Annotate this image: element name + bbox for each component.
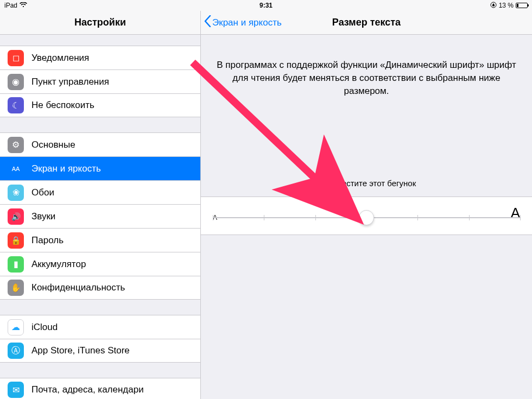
control-center-icon: ◉: [8, 74, 24, 90]
sidebar-item-label: Уведомления: [31, 53, 200, 64]
sidebar-item-mail[interactable]: ✉Почта, адреса, календари: [0, 378, 200, 399]
battery-icon: ▮: [8, 256, 24, 273]
slider-max-label: A: [511, 205, 520, 221]
slider-thumb[interactable]: [359, 210, 374, 225]
app-store-icon: Ⓐ: [8, 343, 24, 359]
slider-tick: [469, 215, 470, 220]
sidebar-item-passcode[interactable]: 🔒Пароль: [0, 228, 200, 252]
detail-navbar: Экран и яркость Размер текста: [201, 11, 532, 35]
slider-caption: Переместите этот бегунок: [201, 179, 532, 188]
sidebar-item-display-brightness[interactable]: AAЭкран и яркость: [0, 156, 200, 180]
sidebar-item-label: Пароль: [31, 235, 200, 246]
device-label: iPad: [4, 2, 17, 9]
chevron-left-icon: [204, 15, 211, 30]
slider-tick: [264, 215, 264, 220]
do-not-disturb-icon: ☾: [8, 97, 24, 113]
sidebar-item-label: Почта, адреса, календари: [31, 384, 200, 395]
icloud-icon: ☁: [8, 319, 24, 335]
sidebar-item-label: App Store, iTunes Store: [31, 345, 200, 356]
sidebar-item-privacy[interactable]: ✋Конфиденциальность: [0, 276, 200, 300]
wallpaper-icon: ❀: [8, 185, 24, 201]
detail-pane: Экран и яркость Размер текста В программ…: [201, 11, 532, 399]
battery-percent: 13 %: [499, 2, 514, 9]
clock: 9:31: [259, 2, 273, 9]
settings-sidebar: Настройки ◻Уведомления◉Пункт управления☾…: [0, 11, 201, 399]
sidebar-item-sounds[interactable]: 🔊Звуки: [0, 204, 200, 228]
sidebar-item-label: Конфиденциальность: [31, 282, 200, 293]
sidebar-item-label: Не беспокоить: [31, 100, 200, 111]
passcode-icon: 🔒: [8, 232, 24, 249]
text-size-slider-panel: A A: [201, 197, 532, 235]
status-bar: iPad 9:31 13 %: [0, 0, 532, 11]
sidebar-item-notifications[interactable]: ◻Уведомления: [0, 46, 200, 69]
sidebar-item-label: Обои: [31, 187, 200, 198]
back-button[interactable]: Экран и яркость: [204, 15, 282, 30]
explanation-text: В программах с поддержкой функции «Динам…: [201, 48, 532, 97]
sidebar-list[interactable]: ◻Уведомления◉Пункт управления☾Не беспоко…: [0, 35, 200, 399]
sidebar-navbar: Настройки: [0, 11, 200, 35]
general-icon: ⚙: [8, 137, 24, 153]
orientation-lock-icon: [490, 2, 497, 10]
slider-tick: [520, 215, 521, 220]
slider-tick: [417, 215, 418, 220]
sidebar-item-battery[interactable]: ▮Аккумулятор: [0, 252, 200, 276]
sidebar-item-label: Основные: [31, 140, 200, 150]
sidebar-item-label: Звуки: [31, 211, 200, 222]
sidebar-title: Настройки: [74, 17, 126, 28]
sidebar-item-control-center[interactable]: ◉Пункт управления: [0, 69, 200, 93]
sidebar-item-label: Аккумулятор: [31, 259, 200, 270]
text-size-slider[interactable]: [213, 217, 520, 218]
notifications-icon: ◻: [8, 50, 24, 66]
sidebar-item-wallpaper[interactable]: ❀Обои: [0, 180, 200, 204]
sidebar-item-app-store[interactable]: ⒶApp Store, iTunes Store: [0, 339, 200, 363]
sidebar-item-label: iCloud: [31, 322, 200, 333]
privacy-icon: ✋: [8, 280, 24, 296]
mail-icon: ✉: [8, 382, 24, 398]
battery-icon: [516, 3, 528, 8]
display-brightness-icon: AA: [8, 161, 24, 177]
sidebar-item-do-not-disturb[interactable]: ☾Не беспокоить: [0, 93, 200, 117]
sounds-icon: 🔊: [8, 208, 24, 225]
sidebar-item-icloud[interactable]: ☁iCloud: [0, 315, 200, 339]
sidebar-item-label: Пункт управления: [31, 77, 200, 87]
slider-tick: [315, 215, 316, 220]
wifi-icon: [20, 2, 27, 9]
slider-tick: [213, 215, 213, 220]
detail-title: Размер текста: [332, 17, 401, 28]
sidebar-item-general[interactable]: ⚙Основные: [0, 132, 200, 156]
sidebar-item-label: Экран и яркость: [31, 163, 200, 174]
back-label: Экран и яркость: [212, 17, 282, 28]
